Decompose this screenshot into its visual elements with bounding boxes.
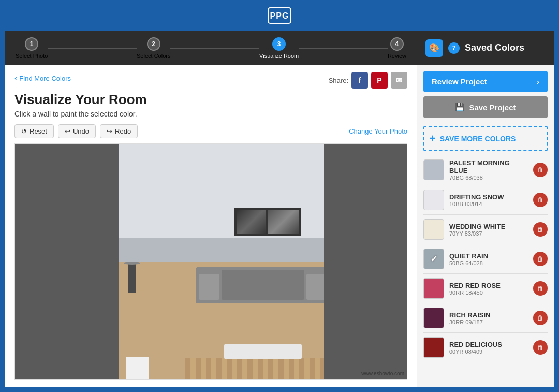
share-label: Share: bbox=[329, 77, 348, 84]
step-3[interactable]: 3 Visualize Room bbox=[259, 37, 299, 59]
color-swatch[interactable] bbox=[423, 159, 444, 180]
color-list-item[interactable]: RED RED ROSE90RR 18/450🗑 bbox=[423, 274, 548, 303]
room-right-wall[interactable] bbox=[324, 144, 407, 379]
step-circle-4: 4 bbox=[390, 37, 404, 51]
color-list-item[interactable]: PALEST MORNING BLUE70BG 68/038🗑 bbox=[423, 155, 548, 185]
color-info: QUIET RAIN50BG 64/028 bbox=[449, 252, 528, 266]
right-sidebar: 🎨 7 Saved Colors Review Project › 💾 Save… bbox=[417, 31, 554, 387]
color-name: WEDDING WHITE bbox=[449, 223, 528, 230]
color-code: 00YR 08/409 bbox=[449, 349, 528, 355]
delete-color-button[interactable]: 🗑 bbox=[533, 222, 548, 237]
color-code: 90RR 18/450 bbox=[449, 289, 528, 296]
color-code: 10BB 83/014 bbox=[449, 201, 528, 207]
step-connector-2 bbox=[170, 48, 259, 49]
content-area: Find More Colors Share: f P ✉ Visualize … bbox=[5, 65, 417, 387]
arrow-right-icon: › bbox=[537, 77, 539, 86]
page-subtitle: Click a wall to paint the selected color… bbox=[14, 110, 407, 118]
color-swatch[interactable] bbox=[423, 219, 444, 240]
page-title: Visualize Your Room bbox=[14, 92, 407, 108]
step-connector-3 bbox=[299, 48, 388, 49]
redo-button[interactable]: ↪ Redo bbox=[100, 124, 138, 138]
delete-color-button[interactable]: 🗑 bbox=[533, 311, 548, 325]
facebook-share-btn[interactable]: f bbox=[351, 72, 368, 89]
color-swatch[interactable] bbox=[423, 337, 444, 358]
color-name: RED RED ROSE bbox=[449, 282, 528, 289]
room-image-container[interactable]: www.eshowto.com bbox=[14, 143, 407, 380]
color-code: 70YY 83/037 bbox=[449, 230, 528, 237]
delete-color-button[interactable]: 🗑 bbox=[533, 281, 548, 296]
color-info: DRIFTING SNOW10BB 83/014 bbox=[449, 193, 528, 207]
save-icon: 💾 bbox=[455, 103, 465, 112]
color-swatch[interactable] bbox=[423, 278, 444, 299]
step-2[interactable]: 2 Select Colors bbox=[137, 37, 170, 59]
delete-color-button[interactable]: 🗑 bbox=[533, 252, 548, 266]
color-info: PALEST MORNING BLUE70BG 68/038 bbox=[449, 159, 528, 181]
step-label-1: Select Photo bbox=[16, 53, 48, 59]
room-left-wall[interactable] bbox=[15, 144, 119, 379]
step-connector-1 bbox=[48, 48, 137, 49]
color-info: WEDDING WHITE70YY 83/037 bbox=[449, 223, 528, 237]
action-buttons: Review Project › 💾 Save Project bbox=[417, 65, 554, 124]
save-project-button[interactable]: 💾 Save Project bbox=[423, 96, 548, 118]
color-list-item[interactable]: WEDDING WHITE70YY 83/037🗑 bbox=[423, 215, 548, 244]
delete-color-button[interactable]: 🗑 bbox=[533, 163, 548, 177]
step-4[interactable]: 4 Review bbox=[388, 37, 406, 59]
review-project-button[interactable]: Review Project › bbox=[423, 71, 548, 92]
reset-button[interactable]: ↺ Reset bbox=[14, 124, 54, 138]
saved-title: Saved Colors bbox=[465, 42, 524, 53]
step-nav: 1 Select Photo 2 Select Colors 3 Visuali… bbox=[5, 31, 417, 65]
color-info: RICH RAISIN30RR 09/187 bbox=[449, 311, 528, 325]
save-more-colors-button[interactable]: + SAVE MORE COLORS bbox=[423, 126, 548, 151]
find-more-link[interactable]: Find More Colors bbox=[14, 74, 71, 83]
delete-color-button[interactable]: 🗑 bbox=[533, 193, 548, 207]
color-name: DRIFTING SNOW bbox=[449, 193, 528, 201]
color-name: RED DELICIOUS bbox=[449, 341, 528, 349]
pinterest-share-btn[interactable]: P bbox=[371, 72, 388, 89]
step-circle-1: 1 bbox=[25, 37, 38, 51]
undo-button[interactable]: ↩ Undo bbox=[58, 124, 96, 138]
undo-icon: ↩ bbox=[65, 127, 70, 135]
ppg-logo-container: PPG bbox=[264, 5, 295, 28]
step-1[interactable]: 1 Select Photo bbox=[16, 37, 48, 59]
color-code: 70BG 68/038 bbox=[449, 175, 528, 181]
color-swatch[interactable] bbox=[423, 190, 444, 210]
change-photo-link[interactable]: Change Your Photo bbox=[349, 127, 407, 135]
main-container: 1 Select Photo 2 Select Colors 3 Visuali… bbox=[5, 31, 554, 387]
color-code: 50BG 64/028 bbox=[449, 260, 528, 266]
color-name: QUIET RAIN bbox=[449, 252, 528, 260]
toolbar: ↺ Reset ↩ Undo ↪ Redo Change Your Photo bbox=[14, 124, 407, 138]
color-swatch[interactable] bbox=[423, 249, 444, 269]
color-list-item[interactable]: RICH RAISIN30RR 09/187🗑 bbox=[423, 303, 548, 333]
left-panel: 1 Select Photo 2 Select Colors 3 Visuali… bbox=[5, 31, 417, 387]
color-list-item[interactable]: RED DELICIOUS00YR 08/409🗑 bbox=[423, 333, 548, 362]
palette-icon: 🎨 bbox=[425, 39, 443, 57]
email-share-btn[interactable]: ✉ bbox=[391, 72, 407, 89]
step-label-2: Select Colors bbox=[137, 53, 170, 59]
color-list: PALEST MORNING BLUE70BG 68/038🗑DRIFTING … bbox=[417, 155, 554, 387]
color-info: RED RED ROSE90RR 18/450 bbox=[449, 282, 528, 296]
color-info: RED DELICIOUS00YR 08/409 bbox=[449, 341, 528, 355]
color-name: PALEST MORNING BLUE bbox=[449, 159, 528, 175]
color-swatch[interactable] bbox=[423, 308, 444, 328]
step-circle-2: 2 bbox=[147, 37, 160, 51]
color-code: 30RR 09/187 bbox=[449, 319, 528, 325]
plus-icon: + bbox=[430, 133, 436, 144]
delete-color-button[interactable]: 🗑 bbox=[533, 340, 548, 355]
step-label-3: Visualize Room bbox=[259, 53, 299, 59]
toolbar-left: ↺ Reset ↩ Undo ↪ Redo bbox=[14, 124, 138, 138]
reset-icon: ↺ bbox=[21, 127, 27, 135]
color-list-item[interactable]: QUIET RAIN50BG 64/028🗑 bbox=[423, 244, 548, 274]
step-label-4: Review bbox=[388, 53, 406, 59]
saved-count-badge: 7 bbox=[448, 42, 460, 54]
step-circle-3: 3 bbox=[272, 37, 286, 51]
redo-icon: ↪ bbox=[107, 127, 112, 135]
watermark: www.eshowto.com bbox=[361, 371, 404, 376]
color-name: RICH RAISIN bbox=[449, 311, 528, 319]
ppg-logo: PPG bbox=[264, 5, 295, 26]
share-section: Share: f P ✉ bbox=[329, 72, 407, 89]
color-list-item[interactable]: DRIFTING SNOW10BB 83/014🗑 bbox=[423, 185, 548, 215]
saved-header: 🎨 7 Saved Colors bbox=[417, 31, 554, 65]
svg-text:PPG: PPG bbox=[270, 11, 289, 20]
